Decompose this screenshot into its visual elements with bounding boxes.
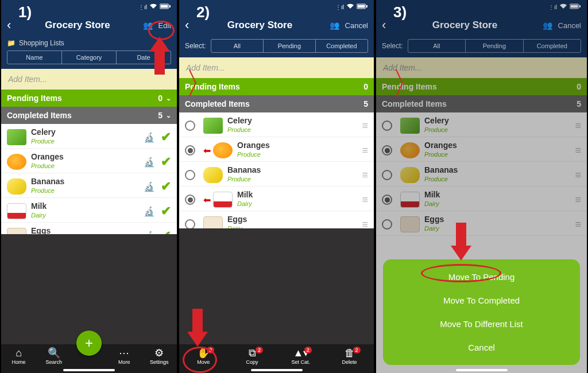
wifi-icon (559, 3, 567, 10)
select-radio[interactable] (185, 145, 195, 156)
sheet-cancel[interactable]: Cancel (383, 336, 580, 359)
list-item[interactable]: ⬅ Milk Dairy ≡ (179, 187, 374, 211)
list-item[interactable]: Bananas Produce 🔬✔ (1, 173, 177, 198)
list-item[interactable]: Eggs Dairy ≡ (376, 211, 587, 236)
share-icon[interactable]: 👥 (143, 21, 153, 30)
tab-home[interactable]: ⌂Home (5, 348, 33, 365)
tab-settings[interactable]: ⚙Settings (145, 348, 173, 365)
select-tab-completed[interactable]: Completed (316, 40, 368, 52)
sheet-move-different[interactable]: Move To Different List (383, 312, 580, 336)
select-tab-completed[interactable]: Completed (524, 40, 581, 52)
sort-tabs: Name Category Date (7, 50, 171, 64)
home-indicator (251, 369, 303, 371)
tab-more[interactable]: ⋯More (110, 348, 138, 365)
list-item[interactable]: Oranges Produce 🔬✔ (1, 149, 177, 173)
item-thumbnail (400, 167, 420, 183)
breadcrumb[interactable]: Shopping Lists (19, 39, 64, 47)
select-radio[interactable] (185, 121, 195, 131)
select-radio[interactable] (382, 219, 392, 230)
wifi-icon (149, 3, 157, 10)
list-item[interactable]: Celery Produce 🔬✔ (1, 124, 177, 149)
drag-handle-icon[interactable]: ≡ (362, 194, 368, 206)
list-item[interactable]: Milk Dairy 🔬✔ (1, 198, 177, 223)
item-thumbnail (400, 216, 420, 232)
list-item[interactable]: Eggs Dairy 🔬✔ (1, 223, 177, 234)
list-item[interactable]: Milk Dairy ≡ (376, 187, 587, 211)
item-category: Produce (227, 126, 362, 133)
select-radio[interactable] (382, 170, 392, 180)
select-radio[interactable] (382, 145, 392, 156)
toolbar-setcat[interactable]: 2▲▾Set Cat. (287, 348, 315, 365)
svg-rect-1 (161, 5, 168, 8)
select-radio[interactable] (382, 195, 392, 205)
item-list[interactable]: Celery Produce ≡ ⬅ Oranges Produce ≡ Ban… (179, 112, 374, 228)
back-icon[interactable]: ‹ (185, 19, 189, 32)
drag-handle-icon[interactable]: ≡ (362, 120, 368, 132)
scan-icon[interactable]: 🔬 (144, 157, 155, 168)
item-thumbnail (213, 142, 233, 158)
list-item[interactable]: Celery Produce ≡ (376, 112, 587, 137)
drag-handle-icon[interactable]: ≡ (362, 169, 368, 181)
svg-rect-5 (366, 5, 368, 7)
item-name: Eggs (424, 215, 575, 224)
toolbar-delete[interactable]: 2🗑Delete (335, 348, 364, 365)
header: ‹ Grocery Store 👥 Cancel (376, 14, 587, 37)
select-tab-all[interactable]: All (408, 40, 466, 52)
check-icon[interactable]: ✔ (161, 179, 171, 194)
select-tab-pending[interactable]: Pending (466, 40, 523, 52)
drag-handle-icon[interactable]: ≡ (575, 120, 581, 132)
scan-icon[interactable]: 🔬 (144, 132, 155, 143)
item-list[interactable]: Celery Produce 🔬✔ Oranges Produce 🔬✔ Ban… (1, 124, 177, 234)
list-item[interactable]: Eggs Dairy ≡ (179, 211, 374, 228)
share-icon[interactable]: 👥 (543, 21, 552, 30)
item-name: Milk (237, 190, 362, 199)
list-item[interactable]: Bananas Produce ≡ (179, 162, 374, 187)
section-completed-label: Completed Items (7, 111, 72, 120)
signal-icon: ⋮ıl (335, 4, 344, 10)
completed-count: 5 (577, 99, 581, 108)
sort-tab-name[interactable]: Name (7, 51, 62, 64)
item-category: Produce (424, 176, 575, 182)
list-item[interactable]: Celery Produce ≡ (179, 112, 374, 137)
drag-handle-icon[interactable]: ≡ (575, 145, 581, 157)
item-thumbnail (7, 228, 26, 234)
scan-icon[interactable]: 🔬 (144, 181, 155, 192)
select-radio[interactable] (185, 170, 195, 180)
drag-handle-icon[interactable]: ≡ (575, 194, 581, 206)
section-pending[interactable]: Pending Items 0 ⌄ (1, 90, 177, 107)
section-completed[interactable]: Completed Items 5 ⌄ (1, 107, 177, 124)
scan-icon[interactable]: 🔬 (144, 206, 155, 217)
drag-handle-icon[interactable]: ≡ (362, 219, 368, 229)
drag-handle-icon[interactable]: ≡ (362, 145, 368, 157)
tab-search[interactable]: 🔍Search (40, 348, 68, 365)
cancel-button[interactable]: Cancel (345, 21, 368, 30)
check-icon[interactable]: ✔ (161, 130, 171, 145)
page-title: Grocery Store (194, 20, 326, 31)
check-icon[interactable]: ✔ (161, 204, 171, 219)
edit-button[interactable]: Edit (158, 21, 171, 30)
select-radio[interactable] (185, 219, 195, 228)
toolbar-move[interactable]: 2✋Move (189, 348, 218, 365)
add-fab[interactable]: + (76, 331, 102, 356)
share-icon[interactable]: 👥 (330, 21, 339, 30)
back-icon[interactable]: ‹ (7, 19, 11, 32)
back-icon[interactable]: ‹ (382, 19, 386, 32)
item-thumbnail (400, 118, 420, 134)
sheet-move-pending[interactable]: Move To Pending (383, 265, 580, 289)
sheet-move-completed[interactable]: Move To Completed (383, 289, 580, 312)
drag-handle-icon[interactable]: ≡ (575, 219, 581, 231)
drag-handle-icon[interactable]: ≡ (575, 169, 581, 181)
select-tab-all[interactable]: All (211, 40, 264, 52)
list-item[interactable]: Bananas Produce ≡ (376, 162, 587, 187)
list-item[interactable]: Oranges Produce ≡ (376, 137, 587, 162)
toolbar-copy[interactable]: 2⧉Copy (238, 348, 266, 365)
signal-icon: ⋮ıl (548, 4, 557, 10)
select-radio[interactable] (185, 195, 195, 205)
check-icon[interactable]: ✔ (161, 228, 171, 234)
select-radio[interactable] (382, 121, 392, 131)
cancel-button[interactable]: Cancel (558, 21, 581, 30)
sort-tab-category[interactable]: Category (62, 51, 117, 64)
select-tab-pending[interactable]: Pending (264, 40, 316, 52)
list-item[interactable]: ⬅ Oranges Produce ≡ (179, 137, 374, 162)
check-icon[interactable]: ✔ (161, 154, 171, 169)
